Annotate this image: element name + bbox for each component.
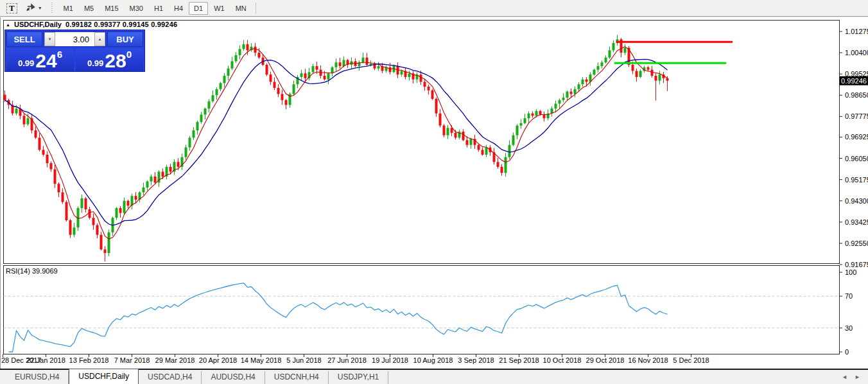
tab-list: EURUSD,H4USDCHF,DailyUSDCAD,H4AUDUSD,H4U… bbox=[5, 369, 388, 384]
svg-text:5 Jun 2018: 5 Jun 2018 bbox=[286, 356, 321, 364]
svg-text:16 Nov 2018: 16 Nov 2018 bbox=[628, 356, 668, 364]
chart-tab-usdjpy-h1[interactable]: USDJPY,H1 bbox=[329, 371, 388, 384]
chart-tab-audusd-h4[interactable]: AUDUSD,H4 bbox=[202, 371, 265, 384]
ohlc-values: 0.99182 0.99377 0.99145 0.99246 bbox=[65, 21, 177, 28]
buy-price-prefix: 0.99 bbox=[87, 58, 103, 68]
svg-text:0: 0 bbox=[845, 348, 849, 356]
symbol-period-label: USDCHF,Daily bbox=[14, 21, 62, 28]
svg-text:29 Oct 2018: 29 Oct 2018 bbox=[586, 356, 625, 364]
svg-text:0.94300: 0.94300 bbox=[845, 197, 868, 205]
chart-tab-usdchf-daily[interactable]: USDCHF,Daily bbox=[69, 369, 139, 384]
svg-text:0.92550: 0.92550 bbox=[845, 240, 868, 247]
svg-text:3 Sep 2018: 3 Sep 2018 bbox=[458, 356, 494, 364]
sell-price-prefix: 0.99 bbox=[18, 58, 34, 68]
svg-text:0.97775: 0.97775 bbox=[845, 112, 868, 120]
volume-value[interactable]: 3.00 bbox=[55, 32, 94, 46]
svg-text:0.95175: 0.95175 bbox=[845, 176, 868, 184]
volume-increase-button[interactable]: ▲ bbox=[94, 32, 105, 46]
buy-price-point: 0 bbox=[126, 49, 132, 60]
timeframe-button-m30[interactable]: M30 bbox=[125, 2, 148, 15]
svg-text:13 Feb 2018: 13 Feb 2018 bbox=[69, 356, 109, 364]
timeframe-button-h4[interactable]: H4 bbox=[169, 2, 188, 15]
rsi-label: RSI(14) 39.9069 bbox=[6, 267, 58, 275]
chart-tab-usdcad-h4[interactable]: USDCAD,H4 bbox=[139, 371, 202, 384]
svg-text:1.01275: 1.01275 bbox=[845, 28, 868, 35]
timeframe-button-d1[interactable]: D1 bbox=[189, 2, 208, 15]
rsi-panel bbox=[4, 266, 840, 354]
svg-text:0.91675: 0.91675 bbox=[845, 261, 868, 268]
toolbar-grip[interactable] bbox=[51, 3, 54, 14]
chart-tab-usdcnh-h4[interactable]: USDCNH,H4 bbox=[265, 371, 329, 384]
svg-text:27 Jun 2018: 27 Jun 2018 bbox=[327, 356, 367, 364]
trading-terminal-window: { "toolbar": { "text_tool_glyph": "T", "… bbox=[0, 0, 868, 384]
svg-text:70: 70 bbox=[845, 292, 853, 300]
rsi-line bbox=[9, 283, 668, 352]
timeframe-button-group: M1M5M15M30H1H4D1W1MN bbox=[58, 2, 252, 15]
top-toolbar: T ▼ M1M5M15M30H1H4D1W1MN bbox=[0, 0, 868, 17]
svg-text:5 Dec 2018: 5 Dec 2018 bbox=[673, 356, 709, 364]
timeframe-button-m1[interactable]: M1 bbox=[58, 2, 78, 15]
sell-price-point: 6 bbox=[57, 49, 62, 60]
timeframe-button-mn[interactable]: MN bbox=[230, 2, 252, 15]
svg-text:0.96050: 0.96050 bbox=[845, 155, 868, 162]
arrows-icon bbox=[26, 3, 36, 13]
svg-text:100: 100 bbox=[845, 268, 856, 276]
svg-text:0.93425: 0.93425 bbox=[845, 218, 868, 226]
arrow-objects-button[interactable]: ▼ bbox=[22, 2, 46, 15]
svg-text:22 Jan 2018: 22 Jan 2018 bbox=[26, 356, 65, 364]
svg-text:14 May 2018: 14 May 2018 bbox=[241, 356, 282, 364]
buy-price-button[interactable]: 0.99 28 0 bbox=[76, 48, 143, 71]
tab-scroll-right-button[interactable]: ► bbox=[855, 374, 860, 380]
volume-decrease-button[interactable]: ▼ bbox=[44, 32, 55, 46]
ma-slow-line bbox=[5, 59, 668, 225]
spread-spinner: ▼ 3.00 ▲ bbox=[44, 31, 106, 47]
chart-window: 1.012751.004000.995250.986500.977750.969… bbox=[0, 17, 868, 369]
svg-text:0.99246: 0.99246 bbox=[841, 77, 867, 85]
timeframe-button-m5[interactable]: M5 bbox=[79, 2, 99, 15]
svg-text:0.98650: 0.98650 bbox=[845, 91, 868, 99]
text-annotation-tool-button[interactable]: T bbox=[3, 2, 21, 15]
dropdown-caret-icon: ▼ bbox=[38, 6, 42, 10]
svg-text:19 Jul 2018: 19 Jul 2018 bbox=[372, 356, 408, 364]
timeframe-button-m15[interactable]: M15 bbox=[100, 2, 123, 15]
buy-price-pips: 28 bbox=[105, 51, 126, 71]
timeframe-button-h1[interactable]: H1 bbox=[149, 2, 168, 15]
buy-button[interactable]: BUY bbox=[107, 31, 143, 47]
collapse-icon[interactable]: ▲ bbox=[6, 22, 10, 27]
chart-tab-bar: EURUSD,H4USDCHF,DailyUSDCAD,H4AUDUSD,H4U… bbox=[0, 369, 868, 384]
ma-fast-line bbox=[5, 47, 668, 240]
svg-text:21 Sep 2018: 21 Sep 2018 bbox=[499, 356, 539, 364]
text-tool-icon: T bbox=[6, 3, 17, 13]
tab-scroll-left-button[interactable]: ◄ bbox=[842, 374, 847, 380]
sell-price-pips: 24 bbox=[35, 51, 56, 71]
sell-price-button[interactable]: 0.99 24 6 bbox=[6, 48, 74, 71]
svg-text:0.96925: 0.96925 bbox=[845, 133, 868, 141]
svg-text:29 Mar 2018: 29 Mar 2018 bbox=[155, 356, 195, 364]
svg-text:20 Apr 2018: 20 Apr 2018 bbox=[199, 356, 237, 364]
toolbar-separator bbox=[256, 3, 256, 14]
svg-text:1.00400: 1.00400 bbox=[845, 49, 868, 57]
sell-button[interactable]: SELL bbox=[6, 31, 42, 47]
svg-text:30: 30 bbox=[845, 324, 853, 332]
chart-title: ▲ USDCHF,Daily 0.99182 0.99377 0.99145 0… bbox=[6, 21, 177, 28]
svg-text:10 Aug 2018: 10 Aug 2018 bbox=[413, 356, 453, 364]
chart-tab-eurusd-h4[interactable]: EURUSD,H4 bbox=[5, 371, 69, 384]
svg-text:10 Oct 2018: 10 Oct 2018 bbox=[543, 356, 582, 364]
timeframe-button-w1[interactable]: W1 bbox=[209, 2, 230, 15]
one-click-trading-panel: SELL ▼ 3.00 ▲ BUY 0.99 24 6 0.99 28 0 bbox=[4, 30, 145, 72]
svg-text:7 Mar 2018: 7 Mar 2018 bbox=[114, 356, 150, 364]
